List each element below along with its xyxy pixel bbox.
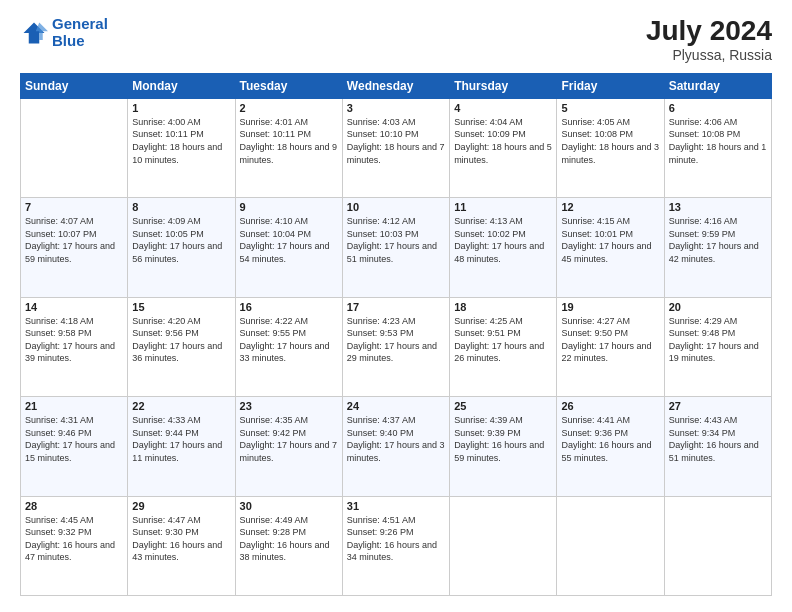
day-number: 6 — [669, 102, 767, 114]
table-row: 17Sunrise: 4:23 AMSunset: 9:53 PMDayligh… — [342, 297, 449, 396]
day-info: Sunrise: 4:15 AMSunset: 10:01 PMDaylight… — [561, 215, 659, 265]
day-info: Sunrise: 4:03 AMSunset: 10:10 PMDaylight… — [347, 116, 445, 166]
day-number: 13 — [669, 201, 767, 213]
col-saturday: Saturday — [664, 73, 771, 98]
day-number: 1 — [132, 102, 230, 114]
day-number: 26 — [561, 400, 659, 412]
day-info: Sunrise: 4:01 AMSunset: 10:11 PMDaylight… — [240, 116, 338, 166]
day-info: Sunrise: 4:43 AMSunset: 9:34 PMDaylight:… — [669, 414, 767, 464]
day-number: 24 — [347, 400, 445, 412]
table-row — [557, 496, 664, 595]
table-row: 31Sunrise: 4:51 AMSunset: 9:26 PMDayligh… — [342, 496, 449, 595]
month-year: July 2024 — [646, 16, 772, 47]
day-info: Sunrise: 4:33 AMSunset: 9:44 PMDaylight:… — [132, 414, 230, 464]
page: General Blue July 2024 Plyussa, Russia S… — [0, 0, 792, 612]
table-row: 27Sunrise: 4:43 AMSunset: 9:34 PMDayligh… — [664, 397, 771, 496]
day-info: Sunrise: 4:12 AMSunset: 10:03 PMDaylight… — [347, 215, 445, 265]
week-row-1: 7Sunrise: 4:07 AMSunset: 10:07 PMDayligh… — [21, 198, 772, 297]
table-row: 19Sunrise: 4:27 AMSunset: 9:50 PMDayligh… — [557, 297, 664, 396]
day-number: 5 — [561, 102, 659, 114]
table-row: 1Sunrise: 4:00 AMSunset: 10:11 PMDayligh… — [128, 98, 235, 197]
table-row: 9Sunrise: 4:10 AMSunset: 10:04 PMDayligh… — [235, 198, 342, 297]
table-row: 4Sunrise: 4:04 AMSunset: 10:09 PMDayligh… — [450, 98, 557, 197]
day-number: 14 — [25, 301, 123, 313]
table-row: 14Sunrise: 4:18 AMSunset: 9:58 PMDayligh… — [21, 297, 128, 396]
table-row: 12Sunrise: 4:15 AMSunset: 10:01 PMDaylig… — [557, 198, 664, 297]
day-info: Sunrise: 4:10 AMSunset: 10:04 PMDaylight… — [240, 215, 338, 265]
day-info: Sunrise: 4:25 AMSunset: 9:51 PMDaylight:… — [454, 315, 552, 365]
day-info: Sunrise: 4:45 AMSunset: 9:32 PMDaylight:… — [25, 514, 123, 564]
location: Plyussa, Russia — [646, 47, 772, 63]
day-info: Sunrise: 4:31 AMSunset: 9:46 PMDaylight:… — [25, 414, 123, 464]
table-row: 16Sunrise: 4:22 AMSunset: 9:55 PMDayligh… — [235, 297, 342, 396]
table-row: 22Sunrise: 4:33 AMSunset: 9:44 PMDayligh… — [128, 397, 235, 496]
header: General Blue July 2024 Plyussa, Russia — [20, 16, 772, 63]
title-block: July 2024 Plyussa, Russia — [646, 16, 772, 63]
table-row: 30Sunrise: 4:49 AMSunset: 9:28 PMDayligh… — [235, 496, 342, 595]
col-tuesday: Tuesday — [235, 73, 342, 98]
day-info: Sunrise: 4:00 AMSunset: 10:11 PMDaylight… — [132, 116, 230, 166]
day-number: 11 — [454, 201, 552, 213]
table-row: 25Sunrise: 4:39 AMSunset: 9:39 PMDayligh… — [450, 397, 557, 496]
table-row: 28Sunrise: 4:45 AMSunset: 9:32 PMDayligh… — [21, 496, 128, 595]
day-number: 9 — [240, 201, 338, 213]
day-number: 22 — [132, 400, 230, 412]
day-info: Sunrise: 4:22 AMSunset: 9:55 PMDaylight:… — [240, 315, 338, 365]
table-row: 23Sunrise: 4:35 AMSunset: 9:42 PMDayligh… — [235, 397, 342, 496]
table-row — [664, 496, 771, 595]
day-number: 27 — [669, 400, 767, 412]
table-row: 6Sunrise: 4:06 AMSunset: 10:08 PMDayligh… — [664, 98, 771, 197]
table-row: 15Sunrise: 4:20 AMSunset: 9:56 PMDayligh… — [128, 297, 235, 396]
day-info: Sunrise: 4:20 AMSunset: 9:56 PMDaylight:… — [132, 315, 230, 365]
day-number: 8 — [132, 201, 230, 213]
day-info: Sunrise: 4:07 AMSunset: 10:07 PMDaylight… — [25, 215, 123, 265]
table-row: 3Sunrise: 4:03 AMSunset: 10:10 PMDayligh… — [342, 98, 449, 197]
day-info: Sunrise: 4:47 AMSunset: 9:30 PMDaylight:… — [132, 514, 230, 564]
calendar-table: Sunday Monday Tuesday Wednesday Thursday… — [20, 73, 772, 596]
table-row: 2Sunrise: 4:01 AMSunset: 10:11 PMDayligh… — [235, 98, 342, 197]
day-number: 10 — [347, 201, 445, 213]
day-number: 19 — [561, 301, 659, 313]
day-info: Sunrise: 4:05 AMSunset: 10:08 PMDaylight… — [561, 116, 659, 166]
day-info: Sunrise: 4:04 AMSunset: 10:09 PMDaylight… — [454, 116, 552, 166]
day-info: Sunrise: 4:49 AMSunset: 9:28 PMDaylight:… — [240, 514, 338, 564]
day-info: Sunrise: 4:39 AMSunset: 9:39 PMDaylight:… — [454, 414, 552, 464]
day-number: 28 — [25, 500, 123, 512]
table-row: 24Sunrise: 4:37 AMSunset: 9:40 PMDayligh… — [342, 397, 449, 496]
day-number: 30 — [240, 500, 338, 512]
day-number: 25 — [454, 400, 552, 412]
day-info: Sunrise: 4:23 AMSunset: 9:53 PMDaylight:… — [347, 315, 445, 365]
header-row: Sunday Monday Tuesday Wednesday Thursday… — [21, 73, 772, 98]
day-number: 31 — [347, 500, 445, 512]
col-wednesday: Wednesday — [342, 73, 449, 98]
table-row: 7Sunrise: 4:07 AMSunset: 10:07 PMDayligh… — [21, 198, 128, 297]
logo-line1: General — [52, 15, 108, 32]
table-row: 8Sunrise: 4:09 AMSunset: 10:05 PMDayligh… — [128, 198, 235, 297]
day-info: Sunrise: 4:27 AMSunset: 9:50 PMDaylight:… — [561, 315, 659, 365]
day-number: 4 — [454, 102, 552, 114]
day-info: Sunrise: 4:41 AMSunset: 9:36 PMDaylight:… — [561, 414, 659, 464]
week-row-4: 28Sunrise: 4:45 AMSunset: 9:32 PMDayligh… — [21, 496, 772, 595]
table-row: 29Sunrise: 4:47 AMSunset: 9:30 PMDayligh… — [128, 496, 235, 595]
logo: General Blue — [20, 16, 108, 49]
table-row: 26Sunrise: 4:41 AMSunset: 9:36 PMDayligh… — [557, 397, 664, 496]
day-number: 3 — [347, 102, 445, 114]
table-row: 13Sunrise: 4:16 AMSunset: 9:59 PMDayligh… — [664, 198, 771, 297]
day-number: 15 — [132, 301, 230, 313]
day-info: Sunrise: 4:16 AMSunset: 9:59 PMDaylight:… — [669, 215, 767, 265]
col-thursday: Thursday — [450, 73, 557, 98]
day-number: 29 — [132, 500, 230, 512]
logo-icon — [20, 19, 48, 47]
day-info: Sunrise: 4:51 AMSunset: 9:26 PMDaylight:… — [347, 514, 445, 564]
day-info: Sunrise: 4:37 AMSunset: 9:40 PMDaylight:… — [347, 414, 445, 464]
day-number: 20 — [669, 301, 767, 313]
col-monday: Monday — [128, 73, 235, 98]
week-row-2: 14Sunrise: 4:18 AMSunset: 9:58 PMDayligh… — [21, 297, 772, 396]
table-row: 20Sunrise: 4:29 AMSunset: 9:48 PMDayligh… — [664, 297, 771, 396]
table-row: 10Sunrise: 4:12 AMSunset: 10:03 PMDaylig… — [342, 198, 449, 297]
week-row-0: 1Sunrise: 4:00 AMSunset: 10:11 PMDayligh… — [21, 98, 772, 197]
table-row — [450, 496, 557, 595]
day-number: 2 — [240, 102, 338, 114]
day-info: Sunrise: 4:35 AMSunset: 9:42 PMDaylight:… — [240, 414, 338, 464]
day-number: 12 — [561, 201, 659, 213]
